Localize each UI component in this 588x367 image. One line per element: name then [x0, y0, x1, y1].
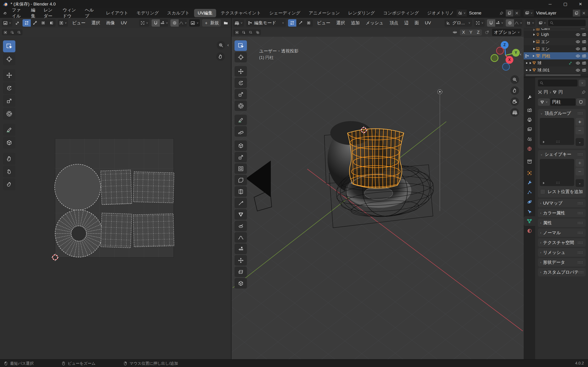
workspace-tab-modeling[interactable]: モデリング — [133, 9, 162, 17]
scale-tool[interactable] — [234, 89, 247, 100]
loop-cut-tool[interactable] — [234, 186, 247, 197]
viewlayer-name-field[interactable]: ViewLayer — [534, 10, 573, 17]
close-button[interactable]: ✕ — [573, 0, 588, 8]
scene-browse-button[interactable]: ˅ — [457, 10, 467, 17]
workspace-tab-texture-paint[interactable]: テクスチャペイント — [217, 9, 265, 17]
uv-menu-select[interactable]: 選択 — [88, 19, 103, 27]
rip-region-tool[interactable] — [234, 278, 247, 289]
uv-proportional-toggle[interactable] — [170, 19, 179, 27]
panel-grip[interactable] — [578, 153, 583, 156]
viewport-sidebar-collapse-arrow[interactable]: ‹ — [520, 52, 521, 57]
uv-select-mode-face[interactable] — [39, 19, 47, 27]
tab-tool[interactable] — [524, 92, 535, 102]
gizmo-x-axis[interactable]: X — [506, 56, 513, 64]
edited-cylinder-mesh[interactable] — [346, 124, 405, 193]
gizmo-minus-y-axis[interactable] — [491, 54, 498, 62]
workspace-tab-sculpting[interactable]: スカルプト — [164, 9, 193, 17]
mesh-browse-dropdown[interactable]: ˅ — [538, 98, 550, 106]
workspace-tab-animation[interactable]: アニメーション — [305, 9, 344, 17]
edge-slide-tool[interactable] — [234, 244, 247, 254]
workspace-tab-rendering[interactable]: レンダリング — [345, 9, 379, 17]
eye-icon[interactable] — [576, 33, 580, 37]
camera-visibility-icon[interactable] — [582, 47, 586, 51]
tab-object-data[interactable] — [524, 216, 535, 226]
uv-menu-uv[interactable]: UV — [118, 19, 130, 26]
uv-tweak-select-tool[interactable] — [3, 40, 15, 52]
camera-visibility-icon[interactable] — [582, 68, 586, 72]
mirror-y-button[interactable]: Y — [467, 29, 475, 35]
gizmo-y-axis[interactable]: Y — [512, 49, 520, 57]
vertex-group-remove-button[interactable]: − — [576, 127, 584, 134]
transform-orientation-dropdown[interactable]: グロ...˅ — [444, 19, 472, 27]
tab-particles[interactable] — [524, 187, 535, 197]
vp-select-extend-button[interactable] — [240, 29, 247, 35]
shape-keys-panel-header[interactable]: ⌄ シェイプキー — [538, 150, 586, 158]
outliner-display-mode-dropdown[interactable]: ˅ — [526, 19, 535, 27]
gizmo-minus-z-axis[interactable] — [502, 63, 510, 71]
geometry-data-panel[interactable]: ›形状データ — [538, 258, 586, 267]
annotate-tool[interactable] — [234, 115, 247, 125]
inset-faces-tool[interactable] — [234, 163, 247, 174]
uv-grab-brush-tool[interactable] — [3, 153, 15, 165]
uv-menu[interactable]: UV — [422, 19, 434, 26]
vp-select-intersect-button[interactable] — [254, 29, 261, 35]
vertex-group-specials-menu[interactable]: ⌄ — [576, 138, 584, 146]
snap-toggle[interactable] — [487, 19, 495, 27]
remesh-panel[interactable]: ›リメッシュ — [538, 248, 586, 257]
camera-visibility-icon[interactable] — [582, 40, 586, 44]
mirror-x-button[interactable]: X — [460, 29, 467, 35]
uv-menu-image[interactable]: 画像 — [103, 19, 118, 27]
uv-proportional-falloff-dropdown[interactable]: ˅ — [179, 19, 187, 27]
attributes-panel[interactable]: ›属性 — [538, 219, 586, 227]
viewlayer-new-button[interactable] — [573, 10, 580, 17]
breadcrumb-data-name[interactable]: 円 — [558, 89, 563, 95]
tab-render[interactable] — [524, 105, 535, 115]
edge-menu[interactable]: 辺 — [401, 19, 412, 27]
shrink-flatten-tool[interactable] — [234, 255, 247, 266]
select-mode-vertex[interactable] — [288, 19, 296, 27]
viewport-canvas[interactable]: ユーザー・透視投影 (1) 円柱 — [232, 37, 524, 359]
uv-pivot-dropdown[interactable]: ˅ — [139, 19, 149, 27]
uv-cursor-tool[interactable] — [3, 53, 15, 65]
mesh-name-field[interactable]: 円柱 — [550, 98, 576, 106]
uv-select-mode-vertex[interactable] — [23, 19, 31, 27]
outliner-search-input[interactable] — [548, 20, 586, 26]
uv-zoom-button[interactable] — [216, 41, 225, 50]
outliner-row-sphere-001[interactable]: 球.001 — [524, 67, 588, 74]
proportional-toggle[interactable] — [506, 19, 514, 27]
tab-material[interactable] — [524, 226, 535, 236]
mesh-menu[interactable]: メッシュ — [363, 19, 387, 27]
properties-search-input[interactable] — [538, 80, 578, 86]
panel-grip[interactable] — [578, 112, 583, 115]
uv-relax-brush-tool[interactable] — [3, 166, 15, 177]
custom-properties-panel[interactable]: ›カスタムプロパティ — [538, 268, 586, 276]
uv-snap-toggle[interactable] — [152, 19, 160, 27]
tab-object[interactable] — [524, 168, 535, 178]
face-menu[interactable]: 面 — [412, 19, 422, 27]
uv-move-tool[interactable] — [3, 69, 15, 81]
uv-image-browse-button[interactable]: ˅ — [189, 19, 200, 27]
properties-filter-dropdown[interactable]: ˅ — [579, 80, 586, 86]
viewport-zoom-button[interactable] — [510, 75, 519, 84]
shape-key-remove-button[interactable]: − — [576, 168, 584, 175]
vertex-menu[interactable]: 頂点 — [387, 19, 401, 27]
smooth-tool[interactable] — [234, 232, 247, 243]
tab-scene[interactable] — [524, 134, 535, 144]
vp-select-new-button[interactable] — [233, 29, 240, 35]
viewport-pan-button[interactable] — [510, 86, 519, 95]
move-tool[interactable] — [234, 66, 247, 77]
outliner-scrollbar[interactable] — [526, 74, 581, 76]
workspace-tab-layout[interactable]: レイアウト — [102, 9, 132, 17]
outliner-row-light[interactable]: Ligh — [524, 31, 588, 38]
workspace-tab-geometry-nodes[interactable]: ジオメトリノー — [424, 9, 453, 17]
eye-icon[interactable] — [576, 54, 580, 58]
uv-select-mode-edge[interactable] — [31, 19, 39, 27]
outliner-row-empty-1[interactable]: エン — [524, 38, 588, 45]
proportional-falloff-dropdown[interactable]: ˅ — [514, 19, 522, 27]
select-menu[interactable]: 選択 — [333, 19, 348, 27]
tab-world[interactable] — [524, 144, 535, 153]
uv-maps-panel[interactable]: ›UVマップ — [538, 199, 586, 207]
rest-position-checkbox[interactable] — [540, 189, 545, 194]
shear-tool[interactable] — [234, 267, 247, 277]
workspace-tab-shading[interactable]: シェーディング — [266, 9, 304, 17]
